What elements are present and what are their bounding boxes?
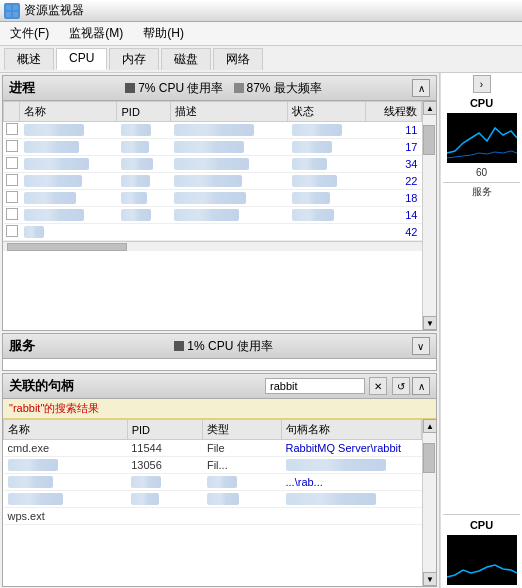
right-service-label: 服务 (443, 182, 520, 199)
freq-stat-icon (234, 83, 244, 93)
thread-count: 14 (365, 207, 421, 224)
handles-section: 关联的句柄 ✕ ↺ ∧ "rabbit"的搜索结果 名称 (2, 373, 437, 587)
process-collapse-btn[interactable]: ∧ (412, 79, 430, 97)
search-results-text: "rabbit"的搜索结果 (9, 402, 99, 414)
search-results-label: "rabbit"的搜索结果 (3, 399, 436, 419)
process-table: 名称 PID 描述 状态 线程数 (3, 101, 422, 241)
col-handle-handlename[interactable]: 句柄名称 (282, 420, 422, 440)
table-row[interactable]: 42 (4, 224, 422, 241)
search-area: ✕ ↺ (82, 377, 410, 395)
scroll-up[interactable]: ▲ (423, 101, 436, 115)
svg-rect-4 (447, 113, 517, 163)
thread-count: 17 (365, 139, 421, 156)
svg-rect-1 (13, 5, 18, 10)
svg-rect-2 (6, 12, 11, 17)
menu-monitor[interactable]: 监视器(M) (63, 24, 129, 43)
services-stat-icon (174, 341, 184, 351)
table-row[interactable]: 34 (4, 156, 422, 173)
process-title: 进程 (9, 79, 35, 97)
row-checkbox[interactable] (6, 191, 18, 203)
cpu-chart-svg (447, 113, 517, 163)
row-checkbox[interactable] (6, 225, 18, 237)
app-title: 资源监视器 (24, 2, 84, 19)
main-content: 进程 7% CPU 使用率 87% 最大频率 ∧ (0, 73, 522, 588)
tab-memory[interactable]: 内存 (109, 48, 159, 70)
handles-table-container[interactable]: 名称 PID 类型 句柄名称 cmd.exe 11544 File (3, 419, 422, 586)
blurred-name (24, 192, 76, 204)
handle-proc-pid: 11544 (127, 440, 203, 457)
handle-row[interactable]: wps.ext (4, 508, 422, 525)
process-vscrollbar[interactable]: ▲ ▼ (422, 101, 436, 330)
scroll-thumb[interactable] (423, 443, 435, 473)
chart-value: 60 (476, 167, 487, 178)
services-collapse-btn[interactable]: ∨ (412, 337, 430, 355)
col-handle-type[interactable]: 类型 (203, 420, 282, 440)
handles-title: 关联的句柄 (9, 377, 74, 395)
process-section-header: 进程 7% CPU 使用率 87% 最大频率 ∧ (3, 76, 436, 101)
thread-count: 34 (365, 156, 421, 173)
table-row[interactable]: 22 (4, 173, 422, 190)
blurred-status (292, 124, 342, 136)
blurred-status (292, 141, 332, 153)
process-hscrollbar[interactable] (3, 241, 422, 251)
freq-stat-text: 87% 最大频率 (247, 80, 322, 97)
scroll-thumb[interactable] (423, 125, 435, 155)
blurred-status (292, 175, 337, 187)
blurred-name (24, 158, 89, 170)
tab-cpu[interactable]: CPU (56, 48, 107, 70)
thread-count: 22 (365, 173, 421, 190)
blurred-name (24, 141, 79, 153)
menu-help[interactable]: 帮助(H) (137, 24, 190, 43)
right-panel: › CPU 60 服务 CPU (440, 73, 522, 588)
scroll-down[interactable]: ▼ (423, 316, 436, 330)
right-panel-collapse-top[interactable]: › (473, 75, 491, 93)
handle-row[interactable]: 13056 Fil... (4, 457, 422, 474)
table-row[interactable]: 17 (4, 139, 422, 156)
blurred-handle-val (286, 459, 386, 471)
tab-overview[interactable]: 概述 (4, 48, 54, 70)
table-row[interactable]: 18 (4, 190, 422, 207)
refresh-search-btn[interactable]: ↺ (392, 377, 410, 395)
col-pid[interactable]: PID (117, 102, 170, 122)
col-handle-pid[interactable]: PID (127, 420, 203, 440)
handles-collapse-btn[interactable]: ∧ (412, 377, 430, 395)
handle-row[interactable] (4, 491, 422, 508)
right-cpu-label2: CPU (443, 514, 520, 531)
blurred-name (24, 124, 84, 136)
clear-search-btn[interactable]: ✕ (369, 377, 387, 395)
blurred-desc (174, 158, 249, 170)
table-row[interactable]: 14 (4, 207, 422, 224)
scroll-up[interactable]: ▲ (423, 419, 436, 433)
search-input[interactable] (265, 378, 365, 394)
scroll-down[interactable]: ▼ (423, 572, 436, 586)
process-table-container[interactable]: 名称 PID 描述 状态 线程数 (3, 101, 436, 330)
row-checkbox[interactable] (6, 123, 18, 135)
tab-disk[interactable]: 磁盘 (161, 48, 211, 70)
blurred-desc (174, 209, 239, 221)
handle-proc-handle: RabbitMQ Server\rabbit (282, 440, 422, 457)
row-checkbox[interactable] (6, 157, 18, 169)
col-cb (4, 102, 20, 122)
handle-row[interactable]: ...\rab... (4, 474, 422, 491)
handles-vscrollbar[interactable]: ▲ ▼ (422, 419, 436, 586)
table-row[interactable]: 11 (4, 122, 422, 139)
blurred-status (292, 158, 327, 170)
col-status[interactable]: 状态 (288, 102, 365, 122)
row-checkbox[interactable] (6, 208, 18, 220)
menu-file[interactable]: 文件(F) (4, 24, 55, 43)
blurred-pid (121, 124, 151, 136)
app-icon (4, 3, 20, 19)
cpu-chart2-svg (447, 535, 517, 585)
row-checkbox[interactable] (6, 174, 18, 186)
col-name[interactable]: 名称 (20, 102, 117, 122)
handles-section-header: 关联的句柄 ✕ ↺ ∧ (3, 374, 436, 399)
services-stats: 1% CPU 使用率 (174, 338, 272, 355)
col-threads[interactable]: 线程数 (365, 102, 421, 122)
col-handle-name[interactable]: 名称 (4, 420, 128, 440)
blurred-desc (174, 175, 242, 187)
handle-row[interactable]: cmd.exe 11544 File RabbitMQ Server\rabbi… (4, 440, 422, 457)
cpu-stat-icon (125, 83, 135, 93)
tab-network[interactable]: 网络 (213, 48, 263, 70)
row-checkbox[interactable] (6, 140, 18, 152)
col-desc[interactable]: 描述 (170, 102, 288, 122)
